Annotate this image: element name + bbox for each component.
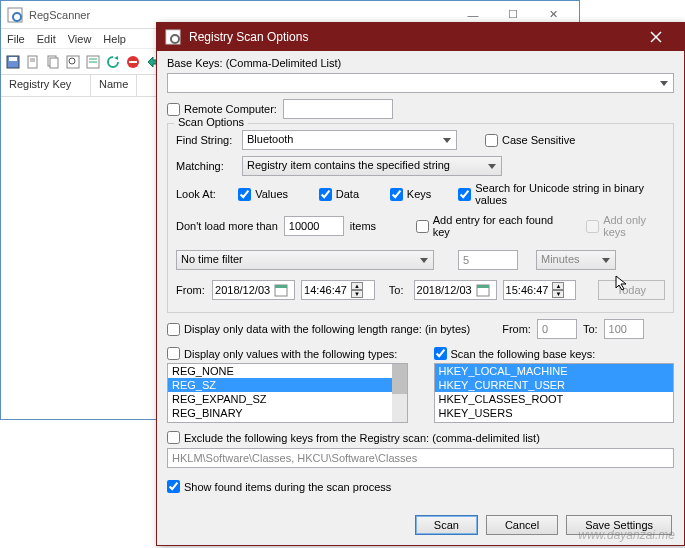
unicode-checkbox[interactable]: Search for Unicode string in binary valu…: [458, 182, 665, 206]
types-checkbox[interactable]: Display only values with the following t…: [167, 347, 408, 360]
remote-computer-checkbox[interactable]: Remote Computer:: [167, 103, 277, 116]
calendar-icon: [274, 283, 288, 297]
scan-button[interactable]: Scan: [415, 515, 478, 535]
spinner-icon[interactable]: ▲▼: [351, 282, 363, 298]
find-string-label: Find String:: [176, 134, 236, 146]
svg-rect-22: [275, 285, 287, 288]
length-range-checkbox[interactable]: Display only data with the following len…: [167, 323, 470, 336]
remote-computer-input[interactable]: [283, 99, 393, 119]
length-from-label: From:: [502, 323, 531, 335]
show-found-checkbox[interactable]: Show found items during the scan process: [167, 480, 391, 493]
exclude-input: [167, 448, 674, 468]
list-item[interactable]: REG_DWORD: [168, 420, 407, 423]
today-button: Today: [598, 280, 665, 300]
copy-icon[interactable]: [45, 54, 61, 70]
svg-rect-4: [28, 56, 37, 68]
stop-icon[interactable]: [125, 54, 141, 70]
list-item[interactable]: HKEY_USERS: [435, 406, 674, 420]
items-label: items: [350, 220, 376, 232]
app-icon: [7, 7, 23, 23]
column-registry-key[interactable]: Registry Key: [1, 75, 91, 96]
time-filter-combo[interactable]: No time filter: [176, 250, 434, 270]
dialog-titlebar: Registry Scan Options: [157, 23, 684, 51]
dont-load-label: Don't load more than: [176, 220, 278, 232]
menu-view[interactable]: View: [68, 33, 92, 45]
dialog-close-button[interactable]: [636, 23, 676, 51]
from-time-input[interactable]: 14:46:47▲▼: [301, 280, 375, 300]
exclude-checkbox[interactable]: Exclude the following keys from the Regi…: [167, 431, 540, 444]
values-checkbox[interactable]: Values: [238, 188, 288, 201]
app-title: RegScanner: [29, 9, 453, 21]
spinner-icon[interactable]: ▲▼: [552, 282, 564, 298]
list-item[interactable]: REG_BINARY: [168, 406, 407, 420]
to-time-input[interactable]: 15:46:47▲▼: [503, 280, 577, 300]
dialog-icon: [165, 29, 181, 45]
keys-checkbox[interactable]: Keys: [390, 188, 431, 201]
svg-rect-24: [477, 285, 489, 288]
svg-rect-3: [9, 57, 17, 61]
list-item[interactable]: REG_NONE: [168, 364, 407, 378]
calendar-icon: [476, 283, 490, 297]
scan-base-listbox[interactable]: HKEY_LOCAL_MACHINE HKEY_CURRENT_USER HKE…: [434, 363, 675, 423]
find-icon[interactable]: [65, 54, 81, 70]
scan-options-legend: Scan Options: [174, 116, 248, 128]
scan-options-group: Scan Options Find String: Bluetooth Case…: [167, 123, 674, 313]
column-name[interactable]: Name: [91, 75, 137, 96]
add-only-keys-checkbox: Add only keys: [586, 214, 665, 238]
matching-label: Matching:: [176, 160, 236, 172]
scrollbar[interactable]: [392, 364, 407, 422]
time-unit-combo: Minutes: [536, 250, 616, 270]
menu-file[interactable]: File: [7, 33, 25, 45]
matching-combo[interactable]: Registry item contains the specified str…: [242, 156, 502, 176]
dialog-title: Registry Scan Options: [189, 30, 636, 44]
save-settings-button[interactable]: Save Settings: [566, 515, 672, 535]
types-listbox[interactable]: REG_NONE REG_SZ REG_EXPAND_SZ REG_BINARY…: [167, 363, 408, 423]
list-item[interactable]: HKEY_LOCAL_MACHINE: [435, 364, 674, 378]
menu-edit[interactable]: Edit: [37, 33, 56, 45]
max-items-input[interactable]: [284, 216, 344, 236]
from-label: From:: [176, 284, 206, 296]
length-to-label: To:: [583, 323, 598, 335]
case-sensitive-checkbox[interactable]: Case Sensitive: [485, 134, 575, 147]
props-icon[interactable]: [85, 54, 101, 70]
list-item[interactable]: HKEY_CURRENT_CONFIG: [435, 420, 674, 423]
list-item[interactable]: REG_EXPAND_SZ: [168, 392, 407, 406]
data-checkbox[interactable]: Data: [319, 188, 359, 201]
look-at-label: Look At:: [176, 188, 232, 200]
list-item[interactable]: HKEY_CLASSES_ROOT: [435, 392, 674, 406]
save-icon[interactable]: [5, 54, 21, 70]
svg-marker-14: [114, 56, 118, 60]
scan-base-checkbox[interactable]: Scan the following base keys:: [434, 347, 675, 360]
to-date-input[interactable]: 2018/12/03: [414, 280, 497, 300]
doc-icon[interactable]: [25, 54, 41, 70]
time-n-input: [458, 250, 518, 270]
to-label: To:: [389, 284, 408, 296]
list-item[interactable]: HKEY_CURRENT_USER: [435, 378, 674, 392]
add-entry-checkbox[interactable]: Add entry for each found key: [416, 214, 561, 238]
close-icon: [650, 31, 662, 43]
menu-help[interactable]: Help: [103, 33, 126, 45]
svg-rect-16: [129, 61, 137, 63]
cancel-button[interactable]: Cancel: [486, 515, 558, 535]
length-from-input: [537, 319, 577, 339]
base-keys-combo[interactable]: [167, 73, 674, 93]
find-string-combo[interactable]: Bluetooth: [242, 130, 457, 150]
base-keys-label: Base Keys: (Comma-Delimited List): [167, 57, 341, 69]
registry-scan-options-dialog: Registry Scan Options Base Keys: (Comma-…: [156, 22, 685, 546]
from-date-input[interactable]: 2018/12/03: [212, 280, 295, 300]
length-to-input: [604, 319, 644, 339]
refresh-icon[interactable]: [105, 54, 121, 70]
svg-rect-8: [50, 58, 58, 68]
list-item[interactable]: REG_SZ: [168, 378, 407, 392]
